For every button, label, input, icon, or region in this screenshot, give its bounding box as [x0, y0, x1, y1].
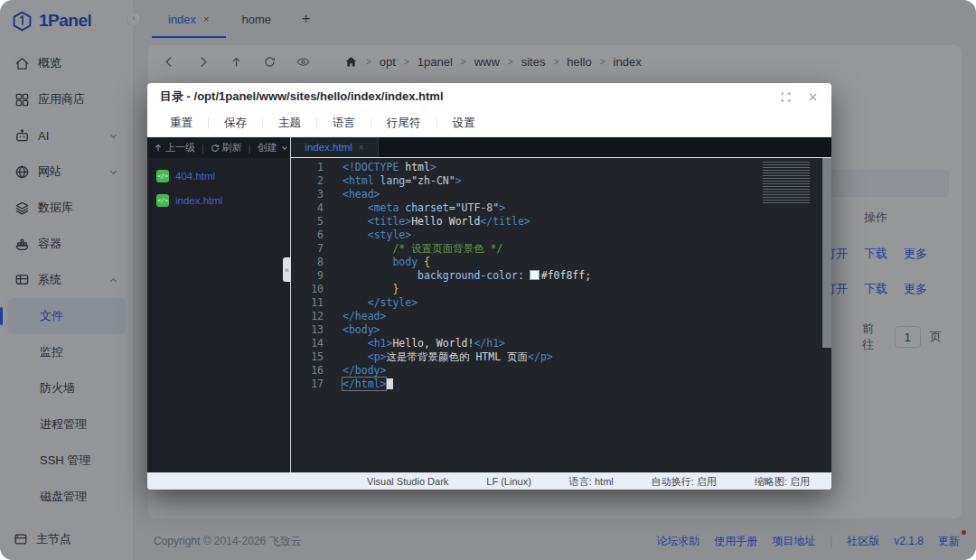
menu-item-保存[interactable]: 保存	[209, 117, 263, 129]
code-line: 13<body>	[291, 323, 831, 337]
code-token: <!DOCTYPE	[343, 161, 405, 173]
code-token: <head>	[343, 188, 380, 201]
line-content: <meta charset="UTF-8">	[324, 201, 505, 215]
line-number: 6	[291, 229, 324, 242]
code-token: </h1>	[474, 337, 505, 350]
modal-title: 目录 - /opt/1panel/www/sites/hello/index/i…	[160, 89, 444, 105]
line-number: 16	[291, 364, 324, 378]
code-line: 7 /* 设置页面背景色 */	[291, 242, 831, 256]
editor-scrollbar[interactable]	[822, 158, 831, 348]
line-content: <!DOCTYPE html>	[324, 161, 436, 174]
modal-header: 目录 - /opt/1panel/www/sites/hello/index/i…	[147, 83, 831, 110]
code-token: {	[424, 256, 430, 268]
text-cursor	[387, 378, 393, 389]
code-token	[343, 350, 368, 363]
minimap[interactable]	[763, 162, 819, 203]
file-item-404.html[interactable]: </>404.html	[156, 170, 281, 182]
code-line: 1<!DOCTYPE html>	[291, 161, 831, 174]
tree-collapse-icon[interactable]: «	[283, 257, 291, 282]
menu-item-重置[interactable]: 重置	[155, 117, 209, 129]
code-token: </style>	[368, 296, 418, 309]
code-token: </title>	[480, 215, 530, 228]
line-number: 10	[291, 283, 324, 296]
line-number: 3	[291, 188, 324, 201]
create-button[interactable]: 创建	[258, 141, 289, 154]
menu-item-行尾符[interactable]: 行尾符	[371, 117, 437, 129]
line-content: <h1>Hello, World!</h1>	[324, 337, 505, 350]
code-token	[343, 256, 392, 268]
line-number: 9	[291, 269, 324, 283]
code-token: >	[430, 161, 436, 173]
editor-status-bar: Visual Studio DarkLF (Linux)语言: html自动换行…	[147, 472, 831, 490]
code-token: <body>	[343, 323, 380, 336]
code-token: <p>	[368, 350, 387, 363]
code-token: }	[392, 283, 399, 295]
refresh-icon	[211, 144, 220, 153]
status-item: 语言: html	[569, 475, 614, 489]
up-level-button[interactable]: 上一级	[154, 141, 195, 154]
file-tree-panel: 上一级 | 刷新 | 创建 </>404.html</>index.html	[147, 137, 291, 472]
close-icon[interactable]	[807, 91, 819, 103]
menu-item-设置[interactable]: 设置	[437, 117, 491, 129]
code-token: >	[455, 174, 462, 187]
code-token	[343, 269, 418, 282]
code-token: :	[518, 269, 530, 282]
code-line: 16</body>	[291, 364, 831, 378]
line-number: 2	[291, 174, 324, 188]
file-editor-modal: 目录 - /opt/1panel/www/sites/hello/index/i…	[147, 83, 831, 490]
line-content: <body>	[324, 323, 380, 337]
code-token	[343, 283, 392, 295]
line-number: 15	[291, 350, 324, 364]
line-content: </html>	[324, 378, 393, 391]
tree-toolbar: 上一级 | 刷新 | 创建	[147, 137, 290, 158]
editor-tab-index-html[interactable]: index.html ×	[291, 137, 379, 157]
code-token: #f0f8ff;	[541, 269, 591, 282]
line-content: <p>这是带背景颜色的 HTML 页面</p>	[324, 350, 553, 364]
file-name: 404.html	[175, 171, 215, 182]
code-token	[418, 256, 424, 268]
code-area[interactable]: 1<!DOCTYPE html>2<html lang="zh-CN">3<he…	[291, 158, 831, 472]
code-token: </head>	[343, 310, 386, 322]
menu-item-语言[interactable]: 语言	[317, 117, 371, 129]
status-item: 自动换行: 启用	[652, 475, 717, 489]
code-line: 15 <p>这是带背景颜色的 HTML 页面</p>	[291, 350, 831, 364]
line-content: <title>Hello World</title>	[324, 215, 530, 229]
chevron-down-icon	[280, 144, 289, 153]
tab-close-icon[interactable]: ×	[359, 143, 364, 153]
code-line: 9 background-color: #f0f8ff;	[291, 269, 831, 283]
code-line: 8 body {	[291, 256, 831, 269]
file-item-index.html[interactable]: </>index.html	[156, 194, 281, 207]
code-line: 5 <title>Hello World</title>	[291, 215, 831, 229]
line-number: 14	[291, 337, 324, 350]
code-token: lang	[380, 174, 406, 187]
code-line: 10 }	[291, 283, 831, 296]
tree-refresh-button[interactable]: 刷新	[211, 141, 242, 154]
arrow-up-icon	[154, 144, 163, 153]
code-token: charset	[405, 201, 448, 214]
code-token: 这是带背景颜色的 HTML 页面	[386, 350, 528, 363]
line-number: 5	[291, 215, 324, 229]
code-token: >	[499, 201, 505, 214]
line-content: </head>	[324, 310, 386, 323]
code-token: </html>	[343, 378, 386, 390]
line-content: }	[324, 283, 399, 296]
code-token: =	[449, 201, 455, 214]
code-token: Hello World	[411, 215, 480, 228]
code-token: <style>	[368, 229, 411, 241]
editor-tabbar: index.html ×	[291, 137, 831, 158]
line-content: /* 设置页面背景色 */	[324, 242, 502, 256]
line-content: <head>	[324, 188, 380, 201]
code-token	[343, 337, 368, 350]
code-token: </p>	[528, 350, 553, 363]
status-item: 缩略图: 启用	[755, 475, 810, 489]
line-content: <style>	[324, 229, 411, 242]
line-content: </style>	[324, 296, 418, 310]
code-line: 12</head>	[291, 310, 831, 323]
code-token: <meta	[368, 201, 406, 214]
line-content: background-color: #f0f8ff;	[324, 269, 591, 283]
app-window: 1Panel 概览应用商店AI网站数据库容器系统文件监控防火墙进程管理SSH 管…	[0, 0, 976, 560]
code-token: <html	[343, 174, 380, 187]
fullscreen-icon[interactable]	[780, 91, 792, 103]
line-number: 12	[291, 310, 324, 323]
menu-item-主题[interactable]: 主题	[263, 117, 317, 129]
